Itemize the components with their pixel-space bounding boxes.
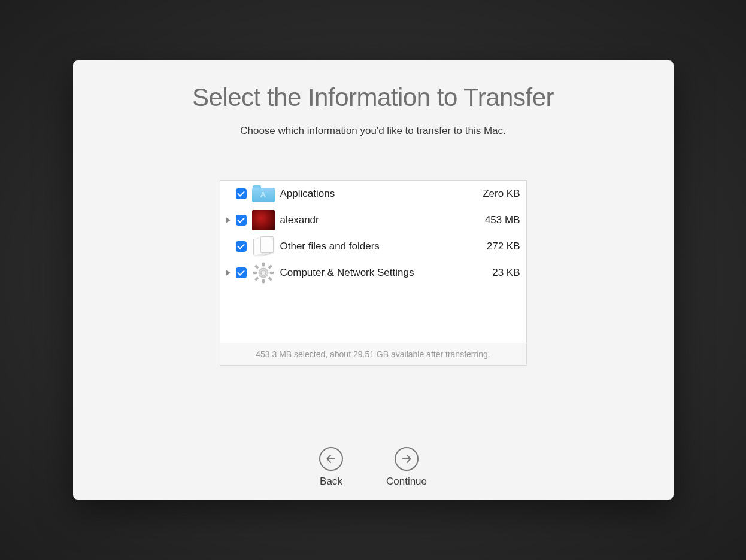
status-text: 453.3 MB selected, about 29.51 GB availa… [220, 343, 526, 365]
page-title: Select the Information to Transfer [73, 83, 674, 112]
item-size: 23 KB [492, 267, 520, 279]
svg-rect-13 [254, 277, 259, 281]
svg-marker-3 [226, 270, 231, 276]
checkbox[interactable] [236, 267, 247, 278]
svg-rect-11 [268, 277, 272, 281]
checkbox[interactable] [236, 188, 247, 199]
transfer-items-list: A Applications Zero KB alexandr 453 MB [220, 181, 526, 343]
applications-folder-icon: A [251, 184, 275, 203]
item-label: Applications [280, 188, 483, 200]
list-item[interactable]: Other files and folders 272 KB [220, 233, 526, 260]
footer-nav: Back Continue [73, 447, 674, 488]
item-size: Zero KB [483, 188, 520, 200]
list-item[interactable]: alexandr 453 MB [220, 207, 526, 233]
disclosure-triangle-icon[interactable] [224, 216, 232, 224]
svg-rect-9 [270, 272, 274, 273]
gear-icon [251, 263, 275, 282]
item-label: Computer & Network Settings [280, 267, 493, 279]
back-button[interactable]: Back [319, 447, 343, 488]
svg-rect-6 [262, 263, 264, 266]
svg-point-5 [261, 270, 266, 275]
list-item[interactable]: A Applications Zero KB [220, 181, 526, 207]
item-size: 453 MB [485, 214, 520, 226]
checkbox[interactable] [236, 215, 247, 226]
checkbox[interactable] [236, 241, 247, 252]
back-button-label: Back [320, 476, 342, 488]
svg-rect-12 [268, 265, 272, 269]
transfer-items-panel: A Applications Zero KB alexandr 453 MB [220, 180, 527, 366]
documents-icon [251, 237, 275, 256]
disclosure-triangle-icon[interactable] [224, 269, 232, 277]
svg-marker-1 [226, 217, 231, 223]
arrow-left-icon [319, 447, 343, 471]
arrow-right-icon [395, 447, 419, 471]
list-item[interactable]: Computer & Network Settings 23 KB [220, 260, 526, 286]
page-subtitle: Choose which information you'd like to t… [73, 125, 674, 137]
user-avatar-rose-icon [251, 211, 275, 230]
migration-assistant-window: Select the Information to Transfer Choos… [73, 60, 674, 500]
item-size: 272 KB [487, 241, 520, 252]
svg-rect-10 [254, 265, 259, 269]
continue-button-label: Continue [386, 476, 427, 488]
item-label: alexandr [280, 214, 485, 226]
item-label: Other files and folders [280, 241, 487, 252]
svg-rect-8 [253, 272, 257, 273]
svg-rect-7 [262, 279, 264, 283]
continue-button[interactable]: Continue [386, 447, 427, 488]
